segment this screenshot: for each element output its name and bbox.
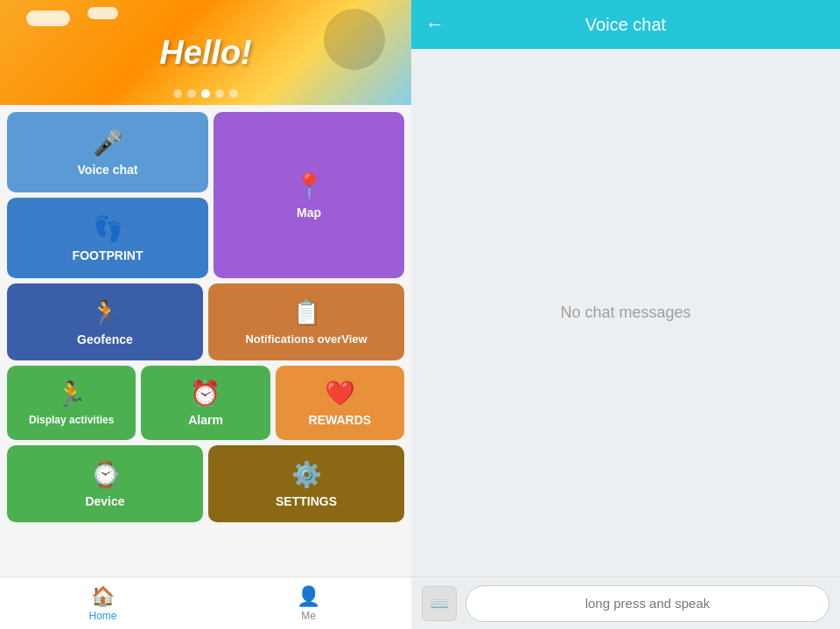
notifications-icon: 📋: [291, 298, 322, 327]
profile-icon: 👤: [297, 585, 320, 608]
settings-icon: ⚙️: [291, 460, 322, 489]
geofence-label: Geofence: [77, 332, 133, 346]
display-activities-label: Display activities: [29, 414, 114, 426]
map-pin-icon: 📍: [294, 171, 325, 200]
cloud-decoration-2: [88, 7, 118, 19]
device-icon: ⌚: [90, 460, 121, 489]
hero-dot-4: [215, 89, 224, 98]
keyboard-icon: ⌨️: [430, 594, 449, 613]
footprint-label: FOOTPRINT: [73, 248, 144, 262]
nav-home-button[interactable]: 🏠 Home: [0, 577, 206, 629]
geofence-icon: 🏃: [90, 298, 121, 327]
device-label: Device: [85, 494, 124, 508]
settings-button[interactable]: ⚙️ SETTINGS: [208, 445, 404, 522]
map-button[interactable]: 📍 Map: [214, 112, 404, 278]
display-activities-button[interactable]: 🏃 Display activities: [7, 366, 136, 440]
alarm-button[interactable]: ⏰ Alarm: [141, 366, 270, 440]
voice-chat-button[interactable]: 🎤 Voice chat: [7, 112, 208, 192]
alarm-icon: ⏰: [190, 379, 220, 408]
cloud-decoration-1: [26, 10, 70, 26]
hero-dot-1: [173, 89, 182, 98]
notifications-label: Notifications overView: [245, 332, 367, 346]
me-label: Me: [301, 610, 316, 622]
hero-dot-5: [229, 89, 238, 98]
rewards-label: REWARDS: [309, 413, 372, 427]
grid-row-2: 🏃 Geofence 📋 Notifications overView: [7, 283, 404, 360]
map-label: Map: [297, 206, 321, 220]
speak-placeholder: long press and speak: [585, 596, 710, 611]
character-decoration: [324, 9, 385, 70]
footprint-button[interactable]: 👣 FOOTPRINT: [7, 198, 208, 278]
home-icon: 🏠: [91, 585, 115, 608]
hero-banner: Hello!: [0, 0, 411, 105]
chat-messages-area: No chat messages: [411, 49, 840, 577]
rewards-button[interactable]: ❤️ REWARDS: [276, 366, 404, 440]
chat-input-area: ⌨️ long press and speak: [411, 577, 840, 629]
grid-row-4: ⌚ Device ⚙️ SETTINGS: [7, 445, 404, 522]
hero-dots: [173, 89, 238, 98]
back-button[interactable]: ←: [425, 13, 444, 36]
grid-row-1: 🎤 Voice chat 👣 FOOTPRINT 📍 Map: [7, 112, 404, 278]
right-panel: ← Voice chat No chat messages ⌨️ long pr…: [411, 0, 840, 629]
alarm-label: Alarm: [188, 413, 223, 427]
voice-chat-header: ← Voice chat: [411, 0, 840, 49]
notifications-button[interactable]: 📋 Notifications overView: [208, 283, 404, 360]
hero-dot-2: [187, 89, 196, 98]
home-label: Home: [88, 610, 116, 622]
left-panel: Hello! 🎤 Voice chat 👣 FOOTPRINT: [0, 0, 411, 629]
speak-button[interactable]: long press and speak: [466, 585, 830, 622]
geofence-button[interactable]: 🏃 Geofence: [7, 283, 203, 360]
grid-row-3: 🏃 Display activities ⏰ Alarm ❤️ REWARDS: [7, 366, 404, 440]
microphone-icon: 🎤: [93, 129, 123, 157]
nav-me-button[interactable]: 👤 Me: [206, 577, 411, 629]
activity-icon: 🏃: [56, 380, 87, 409]
hero-dot-3: [201, 89, 210, 98]
no-messages-text: No chat messages: [560, 304, 690, 322]
menu-grid: 🎤 Voice chat 👣 FOOTPRINT 📍 Map 🏃 Geofenc…: [0, 105, 411, 577]
device-button[interactable]: ⌚ Device: [7, 445, 203, 522]
footprint-icon: 👣: [93, 214, 123, 243]
hero-hello-text: Hello!: [159, 34, 252, 72]
voice-chat-label: Voice chat: [78, 163, 138, 177]
voice-chat-title: Voice chat: [585, 15, 666, 35]
rewards-icon: ❤️: [325, 379, 355, 408]
settings-label: SETTINGS: [276, 494, 337, 508]
keyboard-button[interactable]: ⌨️: [422, 586, 457, 621]
bottom-navigation: 🏠 Home 👤 Me: [0, 577, 411, 629]
